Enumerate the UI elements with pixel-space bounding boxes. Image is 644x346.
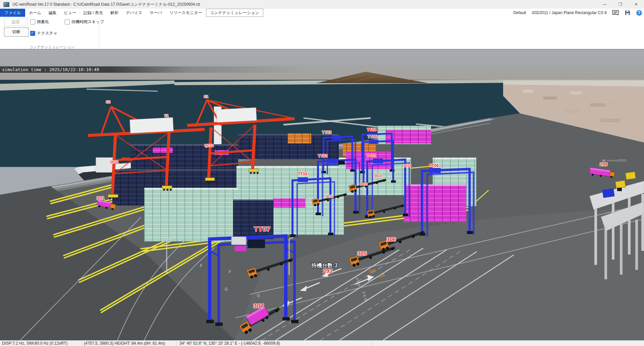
status-bar: DISP:7.2 Hz, SIM:60.0 Hz (0.12xRT) (4757…: [0, 340, 644, 346]
window-controls: —❐✕: [597, 0, 644, 9]
window-button[interactable]: ✕: [628, 0, 644, 9]
message-icon[interactable]: [612, 10, 619, 16]
profile-selector[interactable]: Default: [513, 10, 526, 15]
status-divider: [177, 341, 177, 346]
status-divider: [82, 341, 82, 346]
menu-tab[interactable]: ビュー: [60, 9, 80, 17]
checkbox-label: テクスチャ: [37, 31, 57, 36]
3d-viewport[interactable]: C2C1V1QC11QC12TT03TT08TT05TT02TT01TT04TT…: [0, 50, 644, 340]
title-bar: UC-win/Road Ver.17.0 Standard - C:\UCwin…: [0, 0, 644, 9]
menu-tab[interactable]: サーバ: [146, 9, 166, 17]
ribbon-panel: 設定 切断 簡素化 待機時間スキップ テクスチャ コンテナシミュレーション: [0, 17, 644, 50]
menu-tab[interactable]: ファイル: [0, 9, 25, 17]
ribbon-group-label: コンテナシミュレーション: [18, 45, 86, 50]
menu-tab[interactable]: デバイス: [122, 9, 146, 17]
menu-tab[interactable]: 解析: [107, 9, 122, 17]
window-button[interactable]: ❐: [612, 0, 628, 9]
menu-tab[interactable]: リリースモニター: [166, 9, 206, 17]
window-title: UC-win/Road Ver.17.0 Standard - C:\UCwin…: [12, 2, 200, 7]
ribbon-right-area: Default JGD2011 / Japan Plane Rectangula…: [513, 9, 642, 17]
scene-render: [0, 50, 644, 340]
status-divider: [372, 341, 373, 346]
status-geo-coordinates: 34° 40' 52.6" N, 135° 15' 28.1" E - (-14…: [179, 341, 280, 346]
status-performance: DISP:7.2 Hz, SIM:60.0 Hz (0.12xRT): [2, 341, 67, 346]
ribbon-checkbox[interactable]: 待機時間スキップ: [65, 19, 104, 25]
menu-tab[interactable]: 編集: [45, 9, 60, 17]
help-icon[interactable]: [636, 10, 642, 16]
menu-tab[interactable]: コンテナシミュレーション: [206, 9, 263, 17]
menu-tab[interactable]: ホーム: [25, 9, 45, 17]
checkbox-box[interactable]: [65, 19, 70, 24]
simulation-time-overlay: simulation time : 2025/10/22-10:10:49: [0, 66, 309, 73]
checkbox-label: 簡素化: [37, 19, 49, 25]
status-position: (4757.5, 3980.3) HEIGHT: 84.4m (dH: 81.4…: [84, 341, 165, 346]
ribbon-separator: [99, 17, 99, 48]
ribbon-checkbox[interactable]: 簡素化: [30, 19, 49, 25]
window-button[interactable]: —: [597, 0, 612, 9]
save-icon[interactable]: [624, 10, 631, 16]
settings-button[interactable]: 設定: [4, 18, 28, 26]
menu-tab[interactable]: 記録 / 再生: [80, 9, 107, 17]
checkbox-box[interactable]: [30, 31, 35, 36]
ribbon-checkbox[interactable]: テクスチャ: [30, 31, 57, 36]
disconnect-button[interactable]: 切断: [4, 27, 29, 37]
app-icon: [3, 2, 9, 7]
checkbox-box[interactable]: [30, 19, 35, 24]
coordinate-system-selector[interactable]: JGD2011 / Japan Plane Rectangular CS 6: [531, 10, 607, 15]
application-window: UC-win/Road Ver.17.0 Standard - C:\UCwin…: [0, 0, 644, 346]
